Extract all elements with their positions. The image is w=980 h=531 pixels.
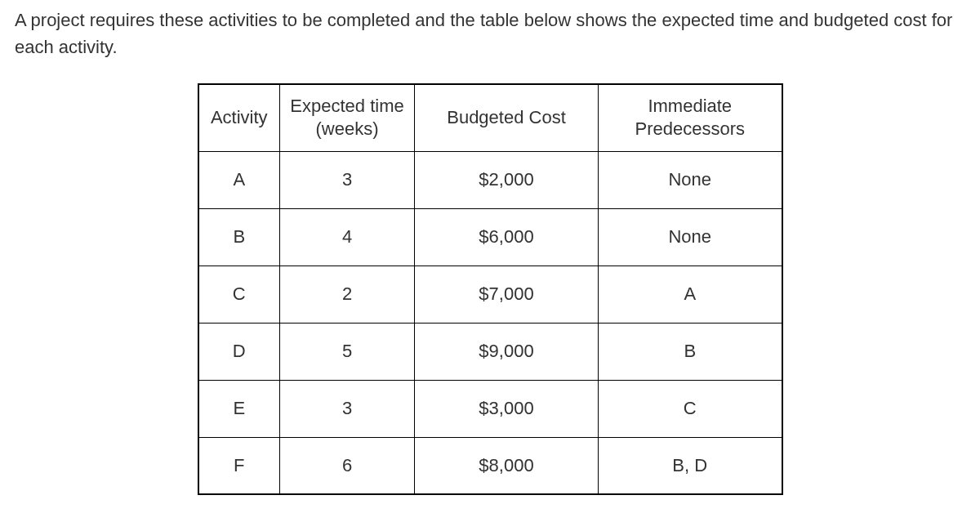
header-predecessors-line2: Predecessors (635, 118, 745, 139)
cell-predecessors: A (599, 266, 782, 323)
intro-paragraph: A project requires these activities to b… (0, 0, 980, 60)
table-row: F 6 $8,000 B, D (198, 437, 782, 494)
header-predecessors: Immediate Predecessors (599, 84, 782, 151)
activities-table: Activity Expected time (weeks) Budgeted … (198, 83, 783, 495)
cell-expected-time: 6 (280, 437, 415, 494)
cell-predecessors: B (599, 323, 782, 380)
header-budgeted-cost: Budgeted Cost (415, 84, 599, 151)
table-row: E 3 $3,000 C (198, 380, 782, 437)
table-container: Activity Expected time (weeks) Budgeted … (0, 83, 980, 495)
header-predecessors-line1: Immediate (648, 96, 732, 116)
table-row: C 2 $7,000 A (198, 266, 782, 323)
cell-predecessors: B, D (599, 437, 782, 494)
table-row: A 3 $2,000 None (198, 151, 782, 208)
cell-budgeted-cost: $2,000 (415, 151, 599, 208)
cell-budgeted-cost: $8,000 (415, 437, 599, 494)
cell-expected-time: 5 (280, 323, 415, 380)
cell-activity: E (198, 380, 280, 437)
cell-predecessors: None (599, 151, 782, 208)
header-expected-time-line2: (weeks) (315, 118, 378, 139)
header-expected-time: Expected time (weeks) (280, 84, 415, 151)
cell-expected-time: 2 (280, 266, 415, 323)
cell-budgeted-cost: $9,000 (415, 323, 599, 380)
table-row: D 5 $9,000 B (198, 323, 782, 380)
cell-activity: A (198, 151, 280, 208)
cell-expected-time: 3 (280, 151, 415, 208)
header-activity: Activity (198, 84, 280, 151)
cell-predecessors: None (599, 208, 782, 266)
cell-budgeted-cost: $7,000 (415, 266, 599, 323)
cell-predecessors: C (599, 380, 782, 437)
cell-expected-time: 4 (280, 208, 415, 266)
cell-activity: C (198, 266, 280, 323)
table-header-row: Activity Expected time (weeks) Budgeted … (198, 84, 782, 151)
cell-budgeted-cost: $3,000 (415, 380, 599, 437)
cell-activity: D (198, 323, 280, 380)
cell-activity: F (198, 437, 280, 494)
cell-budgeted-cost: $6,000 (415, 208, 599, 266)
cell-activity: B (198, 208, 280, 266)
table-row: B 4 $6,000 None (198, 208, 782, 266)
header-expected-time-line1: Expected time (290, 96, 403, 116)
cell-expected-time: 3 (280, 380, 415, 437)
